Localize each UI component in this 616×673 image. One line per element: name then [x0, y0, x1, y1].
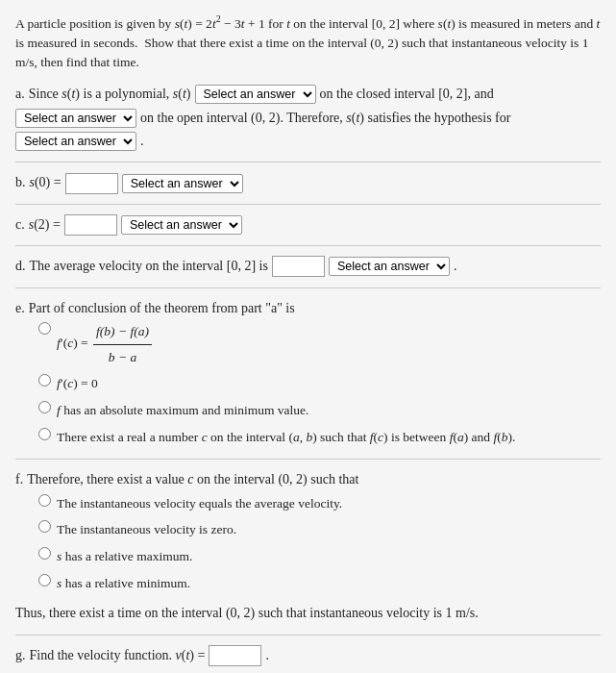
section-f-option1-text: The instantaneous velocity equals the av…	[57, 491, 342, 516]
section-a-dropdown1[interactable]: Select an answer is continuous is differ…	[195, 85, 316, 104]
section-f-option4-text: s has a relative minimum.	[57, 571, 190, 596]
section-a-text1: Since s(t) is a polynomial, s(t)	[29, 84, 191, 105]
section-f: f. Therefore, there exist a value c on t…	[15, 469, 601, 624]
section-c-label: c.	[15, 214, 25, 236]
section-e-text: Part of conclusion of the theorem from p…	[29, 298, 295, 319]
section-a-label: a.	[15, 84, 25, 105]
section-e-radio4[interactable]	[38, 428, 51, 440]
section-f-option2: The instantaneous velocity is zero.	[38, 517, 601, 542]
section-e-label: e.	[15, 298, 25, 319]
section-f-radio3[interactable]	[38, 547, 51, 560]
section-b-text: s(0) =	[30, 172, 62, 193]
section-g-input[interactable]	[209, 645, 261, 666]
section-e-option3: f has an absolute maximum and minimum va…	[38, 398, 601, 423]
section-e-option1: f′(c) = f(b) − f(a) b − a	[38, 319, 601, 369]
section-c-text: s(2) =	[29, 214, 61, 236]
section-e-options: f′(c) = f(b) − f(a) b − a f′(c) = 0 f ha…	[38, 319, 601, 449]
section-f-radio1[interactable]	[38, 494, 51, 507]
section-c: c. s(2) = Select an answer 0 1 2 3	[15, 214, 601, 236]
section-b-input[interactable]	[65, 173, 118, 194]
problem-header: A particle position is given by s(t) = 2…	[15, 12, 601, 72]
section-g-label: g.	[15, 645, 26, 666]
section-f-radio2[interactable]	[38, 520, 51, 533]
section-e-option3-text: f has an absolute maximum and minimum va…	[57, 398, 308, 423]
section-g-text: Find the velocity function. v(t) =	[30, 645, 206, 666]
section-e-option2: f′(c) = 0	[38, 371, 601, 396]
section-b-dropdown[interactable]: Select an answer 0 1 2 3	[122, 174, 243, 193]
section-f-option3-text: s has a relative maximum.	[57, 544, 192, 569]
section-e-radio3[interactable]	[38, 401, 51, 413]
section-f-label: f.	[15, 469, 23, 490]
section-c-dropdown[interactable]: Select an answer 0 1 2 3	[121, 215, 242, 235]
section-f-options: The instantaneous velocity equals the av…	[38, 491, 601, 596]
section-b: b. s(0) = Select an answer 0 1 2 3	[15, 172, 601, 193]
section-f-conclusion: Thus, there exist a time on the interval…	[15, 603, 601, 624]
section-f-radio4[interactable]	[38, 574, 51, 586]
section-g-suffix: .	[265, 645, 269, 666]
section-d-text2: .	[454, 256, 457, 277]
section-f-option3: s has a relative maximum.	[38, 544, 601, 569]
section-d-dropdown[interactable]: Select an answer 0 1 2 3	[329, 257, 450, 276]
section-d-label: d.	[15, 256, 26, 277]
section-f-option1: The instantaneous velocity equals the av…	[38, 491, 601, 516]
section-f-option2-text: The instantaneous velocity is zero.	[57, 517, 236, 542]
section-d-input[interactable]	[272, 256, 325, 277]
section-g: g. Find the velocity function. v(t) = .	[15, 645, 601, 666]
section-f-text: Therefore, there exist a value c on the …	[27, 469, 358, 490]
section-e-option4-text: There exist a real a number c on the int…	[57, 425, 515, 450]
section-a-text2: on the closed interval [0, 2], and	[320, 84, 494, 105]
section-f-option4: s has a relative minimum.	[38, 571, 601, 596]
section-e-radio2[interactable]	[38, 374, 51, 386]
section-c-input[interactable]	[64, 214, 117, 236]
section-e-option2-text: f′(c) = 0	[57, 371, 98, 396]
section-a-text3: on the open interval (0, 2). Therefore, …	[140, 108, 510, 129]
section-a-dropdown2[interactable]: Select an answer is continuous is differ…	[15, 109, 136, 128]
section-e: e. Part of conclusion of the theorem fro…	[15, 298, 601, 450]
section-b-label: b.	[15, 172, 26, 193]
section-a-text4: .	[140, 131, 144, 152]
section-d-text1: The average velocity on the interval [0,…	[30, 256, 268, 277]
section-a-dropdown3[interactable]: Select an answer MVT IVT Rolle's Theorem…	[15, 132, 136, 151]
section-e-option4: There exist a real a number c on the int…	[38, 425, 601, 450]
section-e-radio1[interactable]	[38, 322, 51, 335]
section-a: a. Since s(t) is a polynomial, s(t) Sele…	[15, 84, 601, 152]
section-e-option1-text: f′(c) = f(b) − f(a) b − a	[57, 319, 154, 369]
section-d: d. The average velocity on the interval …	[15, 256, 601, 277]
